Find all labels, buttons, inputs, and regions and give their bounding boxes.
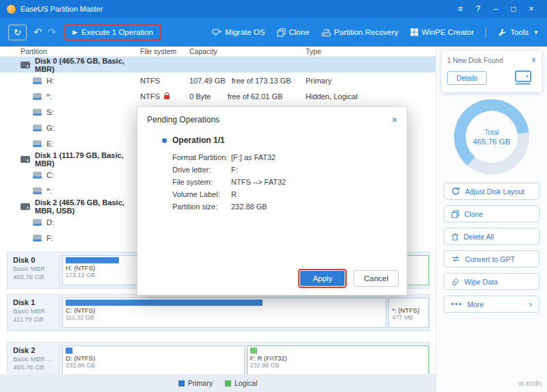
toolbar: ↻ ↶ ↷ ▶ Execute 1 Operation Migrate OS C… [0,18,547,47]
table-header: Partition File system Capacity Type [0,47,436,57]
winpe-creator-icon [410,28,418,36]
winpe-creator-button[interactable]: WinPE Creator [410,28,475,36]
detail-row: Partition size:232.88 GB [172,200,397,213]
table-row-disk0[interactable]: Disk 0 (465.76 GB, Basic, MBR) [0,57,436,73]
operation-heading: Operation 1/1 [162,135,397,145]
menu-icon[interactable]: ≡ [451,4,469,14]
disk-icon [21,62,30,68]
table-row-partition-hidden[interactable]: *: NTFS 0 Byte free of 62.01 GB Hidden, … [0,88,436,104]
pending-operations-dialog: Pending Operations × Operation 1/1 Forma… [137,106,408,296]
execute-highlight-box: ▶ Execute 1 Operation [64,24,161,40]
sidebar-actions: Adjust Disk Layout Clone Delete All Conv… [436,180,547,315]
close-icon[interactable]: × [522,4,540,14]
disk2-info[interactable]: Disk 2 Basic MBR ... 465.76 GB [8,343,59,378]
detail-row: Format Partition:[F:] as FAT32 [172,151,397,164]
partition-segment[interactable]: C: (NTFS) 111.32 GB [62,298,386,328]
used-space-bar [66,348,72,354]
partition-segment[interactable]: *: (NTFS) 477 MB [388,298,429,328]
minimize-icon[interactable]: – [487,4,505,14]
partition-segment[interactable]: D: (NTFS) 232.88 GB [62,345,245,376]
legend-logical: Logical [225,379,257,387]
partition-icon [33,93,42,100]
maximize-icon[interactable]: □ [505,4,522,14]
lock-icon [164,95,170,99]
undo-button[interactable]: ↶ [34,26,42,38]
partition-icon [33,235,42,241]
partition-segment[interactable]: F: R (FAT32) 232.88 GB [247,345,429,376]
partition-icon [33,187,42,194]
disk-card-1: Disk 1 Basic MBR 111.79 GB C: (NTFS) 111… [7,294,430,331]
dialog-close-icon[interactable]: × [392,115,397,125]
apply-highlight-box: Apply [298,269,347,288]
partition-recovery-icon [321,28,331,37]
window-controls: ≡ ? – □ × [451,4,540,14]
wipe-data-button[interactable]: Wipe Data [444,273,539,290]
partition-icon [33,219,42,226]
detail-row: File system:NTFS --> FAT32 [172,176,397,188]
disk-usage-donut: Total 465.76 GB [454,99,529,174]
more-button[interactable]: ••• More › [444,296,539,313]
chevron-right-icon: › [529,300,532,309]
notification-close-icon[interactable]: × [531,55,536,65]
help-icon[interactable]: ? [469,4,487,14]
details-button[interactable]: Details [447,71,487,85]
disk0-info[interactable]: Disk 0 Basic MBR 465.76 GB [8,252,59,288]
toolbar-separator [485,27,486,38]
legend-bar: Primary Logical [0,374,436,392]
partition-icon [33,109,42,116]
disk1-info[interactable]: Disk 1 Basic MBR 111.79 GB [8,295,59,330]
logical-color-swatch [225,380,231,387]
donut-label: Total [484,129,498,136]
delete-all-icon [451,233,459,241]
refresh-button[interactable]: ↻ [8,25,27,40]
partition-icon [33,125,42,131]
sidebar: 1 New Disk Found × Details Total 465.76 … [436,47,547,392]
execute-label: Execute 1 Operation [81,28,153,36]
column-type[interactable]: Type [306,47,436,55]
wipe-data-icon [451,278,459,286]
detail-row: Drive letter:F: [172,164,397,176]
more-icon: ••• [451,300,463,308]
clone-icon [451,210,459,218]
clone-button[interactable]: Clone [277,28,310,37]
used-space-bar [250,348,257,354]
play-icon: ▶ [72,29,77,36]
detail-row: Volume Label:R [172,188,397,200]
new-disk-notification: 1 New Disk Found × Details [442,51,542,92]
watermark: w.xsdn. [518,379,544,387]
cancel-button[interactable]: Cancel [353,270,399,287]
adjust-disk-layout-button[interactable]: Adjust Disk Layout [444,183,539,200]
legend-primary: Primary [178,379,213,387]
bullet-icon [162,138,167,143]
column-partition[interactable]: Partition [0,47,140,55]
clone-icon [277,28,286,37]
disk-icon [21,156,30,163]
titlebar: EaseUS Partition Master ≡ ? – □ × [0,0,547,18]
column-file-system[interactable]: File system [140,47,189,55]
column-capacity[interactable]: Capacity [189,47,306,55]
partition-icon [33,77,42,84]
used-space-bar [66,300,263,306]
delete-all-button[interactable]: Delete All [444,228,539,245]
app-logo-icon [7,5,16,14]
partition-recovery-button[interactable]: Partition Recovery [321,28,399,37]
new-disk-icon [513,69,533,87]
table-row-partition-h[interactable]: H: NTFS 107.49 GB free of 173.13 GB Prim… [0,73,436,88]
tools-button[interactable]: Tools ▼ [498,28,539,37]
partition-icon [33,140,42,147]
notification-title: 1 New Disk Found [447,57,503,64]
clone-action-button[interactable]: Clone [444,205,539,222]
migrate-os-icon [212,28,222,37]
redo-button[interactable]: ↷ [48,26,57,38]
execute-operation-button[interactable]: ▶ Execute 1 Operation [66,26,159,38]
convert-to-gpt-button[interactable]: Convert to GPT [444,250,539,267]
toolbar-right-group: Migrate OS Clone Partition Recovery WinP… [212,27,539,38]
migrate-os-button[interactable]: Migrate OS [212,28,265,37]
disk-icon [21,203,30,210]
convert-to-gpt-icon [451,255,460,263]
chevron-down-icon: ▼ [533,29,539,36]
apply-button[interactable]: Apply [300,271,345,286]
adjust-disk-layout-icon [451,187,460,196]
app-title: EaseUS Partition Master [21,5,103,13]
partition-icon [33,172,42,179]
